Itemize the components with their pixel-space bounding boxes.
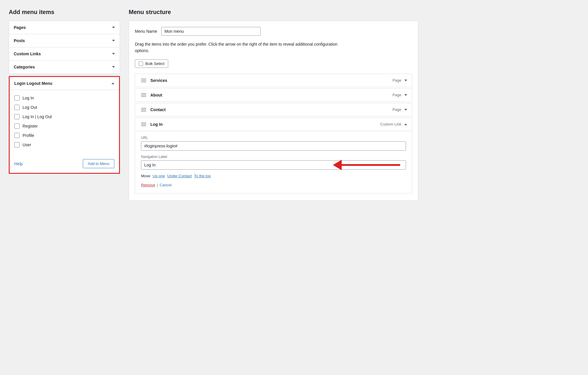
move-label: Move [141, 174, 150, 178]
chevron-down-icon [404, 94, 407, 96]
chevron-down-icon [112, 66, 115, 68]
chevron-down-icon [404, 80, 407, 81]
red-arrow [333, 160, 400, 170]
chevron-down-icon [112, 53, 115, 55]
bulk-select-label: Bulk Select [145, 61, 164, 66]
menu-item-about-type: Page [393, 93, 401, 97]
menu-structure-box: Menu Name Drag the items into the order … [129, 21, 418, 201]
chevron-down-icon [112, 27, 115, 28]
menu-item-about-right: Page [393, 93, 407, 97]
checkbox-profile: Profile [14, 133, 114, 138]
accordion-categories: Categories [9, 60, 120, 74]
drag-handle-contact[interactable] [140, 107, 147, 112]
user-checkbox-label: User [23, 142, 31, 147]
menu-structure-title: Menu structure [129, 9, 418, 16]
menu-item-login-body: URL Navigation Label Move Up [135, 131, 412, 193]
accordion-pages-header[interactable]: Pages [9, 21, 120, 34]
arrow-head-icon [333, 160, 342, 170]
menu-name-label: Menu Name [135, 29, 157, 34]
menu-item-services-type: Page [393, 78, 401, 82]
nav-label-label: Navigation Label [141, 155, 406, 159]
menu-item-login-name: Log In [150, 122, 163, 127]
left-panel: Add menu items Pages Posts Custom Links [9, 9, 120, 201]
accordion-login-logout-header[interactable]: Login Logout Menu [10, 77, 119, 90]
right-panel: Menu structure Menu Name Drag the items … [129, 9, 418, 201]
separator: | [157, 183, 158, 187]
chevron-up-icon [404, 123, 407, 125]
url-input[interactable] [141, 141, 406, 151]
arrow-line [342, 164, 400, 166]
cancel-link[interactable]: Cancel [160, 183, 171, 187]
accordion-login-logout: Login Logout Menu Log In Log Out Log In … [9, 76, 120, 174]
move-to-top-link[interactable]: To the top [194, 174, 211, 178]
drag-handle-login[interactable] [140, 122, 147, 127]
menu-item-services-left: Services [140, 78, 167, 83]
bulk-select-button[interactable]: Bulk Select [135, 59, 168, 68]
accordion-categories-label: Categories [14, 65, 35, 69]
bulk-select-checkbox[interactable] [139, 61, 143, 66]
accordion-custom-links-label: Custom Links [14, 51, 41, 56]
move-up-one-link[interactable]: Up one [153, 174, 165, 178]
chevron-up-icon [111, 82, 114, 84]
menu-item-contact-left: Contact [140, 107, 166, 112]
menu-item-contact-right: Page [393, 107, 407, 112]
login-logout-checkbox-label: Log In | Log Out [23, 114, 52, 119]
checkbox-login: Log In [14, 95, 114, 101]
accordion-posts-header[interactable]: Posts [9, 34, 120, 47]
menu-item-contact: Contact Page [135, 103, 412, 116]
logout-checkbox-label: Log Out [23, 105, 37, 110]
menu-item-services-header[interactable]: Services Page [135, 74, 412, 87]
login-checkbox[interactable] [14, 95, 20, 101]
menu-item-about-left: About [140, 93, 162, 97]
login-logout-content: Log In Log Out Log In | Log Out Register… [10, 90, 119, 156]
chevron-down-icon [112, 40, 115, 42]
drag-instruction: Drag the items into the order you prefer… [135, 41, 345, 54]
url-label: URL [141, 136, 406, 140]
menu-item-login-expanded: Log In Custom Link URL Navigation Label [135, 118, 412, 193]
menu-item-login-header[interactable]: Log In Custom Link [135, 118, 412, 131]
logout-checkbox[interactable] [14, 105, 20, 110]
accordion-categories-header[interactable]: Categories [9, 61, 120, 73]
drag-handle-about[interactable] [140, 93, 147, 97]
nav-label-container [141, 160, 406, 170]
menu-item-login-type: Custom Link [380, 122, 401, 126]
remove-link[interactable]: Remove [141, 183, 155, 187]
profile-checkbox-label: Profile [23, 133, 34, 138]
menu-item-contact-type: Page [393, 107, 401, 112]
move-under-contact-link[interactable]: Under Contact [167, 174, 192, 178]
drag-handle-services[interactable] [140, 78, 147, 83]
user-checkbox[interactable] [14, 142, 20, 147]
register-checkbox-label: Register [23, 124, 38, 128]
accordion-login-logout-label: Login Logout Menu [14, 81, 52, 86]
accordion-pages: Pages [9, 21, 120, 34]
menu-item-contact-name: Contact [150, 107, 166, 112]
menu-name-input[interactable] [161, 27, 261, 36]
register-checkbox[interactable] [14, 123, 20, 129]
menu-item-login-left: Log In [140, 122, 163, 127]
add-to-menu-button[interactable]: Add to Menu [83, 159, 114, 168]
menu-item-services: Services Page [135, 74, 412, 87]
accordion-custom-links-header[interactable]: Custom Links [9, 47, 120, 60]
login-logout-checkbox[interactable] [14, 114, 20, 119]
login-checkbox-label: Log In [23, 96, 34, 100]
bulk-select-row: Bulk Select [135, 59, 412, 68]
menu-item-about-name: About [150, 93, 162, 97]
accordion-posts-label: Posts [14, 38, 25, 43]
add-menu-items-title: Add menu items [9, 9, 120, 16]
menu-item-services-name: Services [150, 78, 167, 83]
accordion-custom-links: Custom Links [9, 47, 120, 61]
checkbox-register: Register [14, 123, 114, 129]
profile-checkbox[interactable] [14, 133, 20, 138]
action-row: Remove | Cancel [141, 183, 406, 187]
menu-item-about-header[interactable]: About Page [135, 89, 412, 102]
menu-item-about: About Page [135, 88, 412, 102]
menu-item-login-right: Custom Link [380, 122, 407, 126]
menu-item-services-right: Page [393, 78, 407, 82]
checkbox-login-logout: Log In | Log Out [14, 114, 114, 119]
chevron-down-icon [404, 109, 407, 111]
checkbox-logout: Log Out [14, 105, 114, 110]
menu-item-contact-header[interactable]: Contact Page [135, 103, 412, 116]
accordion-pages-label: Pages [14, 25, 26, 30]
help-link[interactable]: Help [14, 161, 23, 166]
accordion-posts: Posts [9, 34, 120, 47]
